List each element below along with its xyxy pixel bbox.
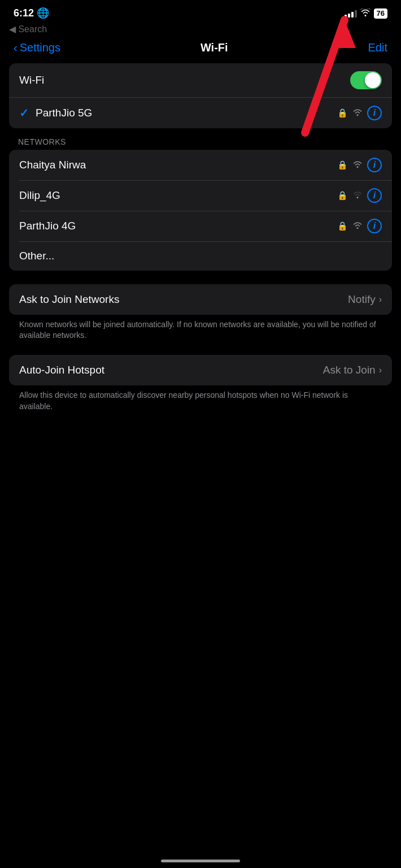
connected-network-row[interactable]: ✓ ParthJio 5G 🔒 i — [9, 97, 392, 128]
networks-list: Chaitya Nirwa 🔒 i Dilip_4G 🔒 — [9, 150, 392, 271]
battery-indicator: 76 — [374, 8, 387, 19]
globe-icon: 🌐 — [37, 7, 49, 19]
network-row-icons: 🔒 i — [337, 219, 382, 233]
page-title: Wi-Fi — [200, 41, 228, 54]
battery-level: 76 — [377, 9, 385, 18]
ask-to-join-row[interactable]: Ask to Join Networks Notify › — [9, 284, 392, 315]
wifi-signal-icon — [352, 159, 363, 171]
info-icon[interactable]: i — [367, 106, 382, 120]
network-row-icons: 🔒 i — [337, 158, 382, 172]
toggle-knob — [365, 72, 381, 88]
wifi-full-icon — [352, 107, 363, 119]
chevron-left-icon: ‹ — [14, 41, 18, 54]
auto-join-section: Auto-Join Hotspot Ask to Join › Allow th… — [9, 355, 392, 412]
checkmark-icon: ✓ — [19, 106, 29, 120]
network-row-icons: 🔒 i — [337, 188, 382, 203]
network-row[interactable]: Chaitya Nirwa 🔒 i — [9, 150, 392, 180]
auto-join-value: Ask to Join — [323, 364, 376, 376]
other-network-row[interactable]: Other... — [9, 241, 392, 271]
svg-point-0 — [357, 114, 359, 116]
network-name: Chaitya Nirwa — [19, 159, 337, 171]
networks-label: NETWORKS — [18, 137, 66, 146]
edit-button[interactable]: Edit — [368, 41, 387, 54]
ask-to-join-label: Ask to Join Networks — [19, 293, 348, 306]
lock-icon: 🔒 — [337, 221, 348, 231]
network-row[interactable]: Dilip_4G 🔒 i — [9, 180, 392, 211]
auto-join-label: Auto-Join Hotspot — [19, 364, 323, 376]
info-icon[interactable]: i — [367, 188, 382, 203]
svg-point-3 — [357, 166, 359, 168]
ask-to-join-section: Ask to Join Networks Notify › Known netw… — [9, 284, 392, 341]
ask-to-join-value: Notify — [348, 293, 376, 306]
info-icon[interactable]: i — [367, 158, 382, 172]
ask-to-join-description: Known networks will be joined automatica… — [9, 315, 392, 341]
chevron-right-icon: › — [379, 294, 382, 305]
wifi-toggle[interactable] — [350, 71, 382, 89]
status-time: 6:12 🌐 — [14, 8, 49, 19]
lock-icon: 🔒 — [337, 160, 348, 170]
info-icon[interactable]: i — [367, 219, 382, 233]
network-name: ParthJio 4G — [19, 220, 337, 232]
lock-icon: 🔒 — [337, 108, 348, 118]
network-name: Dilip_4G — [19, 189, 337, 202]
navigation-bar: ‹ Settings Wi-Fi Edit — [0, 39, 401, 63]
status-right: 76 — [345, 8, 387, 19]
back-label: Settings — [20, 41, 60, 54]
networks-section-header: NETWORKS — [0, 133, 401, 150]
signal-bars — [345, 10, 357, 18]
wifi-signal-icon — [352, 220, 363, 232]
status-left: 6:12 🌐 — [14, 8, 49, 19]
wifi-status-icon — [360, 8, 371, 19]
chevron-right-icon: › — [379, 365, 382, 375]
network-row[interactable]: ParthJio 4G 🔒 i — [9, 211, 392, 241]
svg-point-4 — [357, 197, 359, 198]
connected-network-icons: 🔒 i — [337, 106, 382, 120]
connected-network-name: ParthJio 5G — [36, 107, 337, 119]
time-text: 6:12 — [14, 7, 34, 19]
search-label: ◀ Search — [9, 24, 47, 34]
svg-point-5 — [357, 227, 359, 229]
wifi-label: Wi-Fi — [19, 74, 350, 86]
auto-join-hotspot-row[interactable]: Auto-Join Hotspot Ask to Join › — [9, 355, 392, 385]
lock-icon: 🔒 — [337, 190, 348, 201]
wifi-toggle-section: Wi-Fi ✓ ParthJio 5G 🔒 i — [9, 63, 392, 128]
auto-join-description: Allow this device to automatically disco… — [9, 385, 392, 412]
home-indicator — [161, 860, 240, 862]
other-label: Other... — [19, 250, 382, 262]
status-bar: 6:12 🌐 76 — [0, 0, 401, 23]
wifi-weak-signal-icon — [352, 190, 363, 201]
settings-back-button[interactable]: ‹ Settings — [14, 41, 60, 54]
wifi-toggle-row[interactable]: Wi-Fi — [9, 63, 392, 97]
search-back-nav: ◀ Search — [0, 23, 401, 39]
